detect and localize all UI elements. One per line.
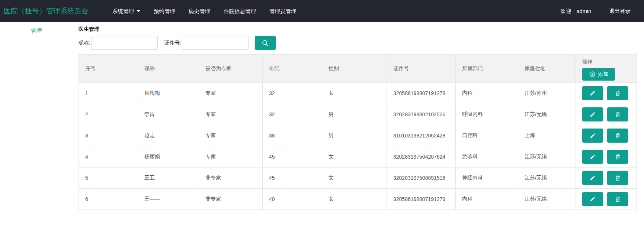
menu-item-label: 管理员管理 bbox=[269, 8, 297, 15]
plus-circle-icon bbox=[589, 71, 596, 78]
top-navbar: 医院（挂号）管理系统后台 系统管理 预约管理 病史管理 住院信息管理 管理员管理… bbox=[0, 0, 644, 22]
username-text: admin bbox=[577, 8, 592, 14]
cell-nickname: 杨丽娟 bbox=[138, 146, 199, 168]
cell-gender: 女 bbox=[322, 168, 387, 189]
menu-item-label: 病史管理 bbox=[189, 8, 210, 15]
cell-no: 4 bbox=[79, 146, 138, 168]
cell-actions bbox=[576, 189, 637, 210]
idcard-label: 证件号: bbox=[164, 40, 181, 46]
cell-gender: 女 bbox=[322, 146, 387, 168]
cell-expert: 非专家 bbox=[199, 168, 263, 189]
header-no: 序号 bbox=[79, 55, 138, 83]
add-button[interactable]: 添加 bbox=[582, 68, 615, 81]
cell-no: 5 bbox=[79, 168, 138, 189]
nickname-label: 昵称: bbox=[79, 40, 90, 46]
nickname-input[interactable] bbox=[91, 36, 158, 50]
cell-dept: 呼吸内科 bbox=[456, 104, 518, 125]
cell-idcard: 320283197508091516 bbox=[387, 168, 456, 189]
cell-no: 3 bbox=[79, 125, 138, 146]
cell-actions bbox=[576, 83, 637, 104]
sidebar: 管理 bbox=[0, 22, 73, 35]
cell-nickname: 王—— bbox=[138, 189, 199, 210]
delete-button[interactable] bbox=[607, 171, 628, 185]
edit-button[interactable] bbox=[582, 150, 603, 164]
menu-item-label: 住院信息管理 bbox=[224, 8, 256, 15]
cell-address: 江苏/苏州 bbox=[518, 83, 576, 104]
page-title: 医生管理 bbox=[79, 26, 644, 33]
delete-button[interactable] bbox=[607, 192, 628, 206]
cell-actions bbox=[576, 146, 637, 168]
cell-dept: 内科 bbox=[456, 189, 518, 210]
cell-age: 32 bbox=[263, 83, 322, 104]
header-gender: 性别 bbox=[322, 55, 387, 83]
cell-dept: 内科 bbox=[456, 83, 518, 104]
menu-item-system[interactable]: 系统管理 bbox=[106, 8, 147, 15]
cell-address: 江苏/无锡 bbox=[518, 189, 576, 210]
cell-age: 32 bbox=[263, 104, 322, 125]
edit-button[interactable] bbox=[582, 171, 603, 185]
header-age: 年纪 bbox=[263, 55, 322, 83]
page-layout: 管理 医生管理 昵称: 证件号: bbox=[0, 22, 644, 210]
cell-gender: 男 bbox=[322, 125, 387, 146]
trash-icon bbox=[615, 196, 621, 202]
cell-address: 江苏/无锡 bbox=[518, 146, 576, 168]
trash-icon bbox=[615, 153, 621, 160]
cell-expert: 专家 bbox=[199, 125, 263, 146]
trash-icon bbox=[615, 132, 621, 139]
doctors-table: 序号 昵称 是否为专家 年纪 性别 证件号 所属部门 家庭住址 操作 bbox=[79, 54, 637, 210]
welcome-text: 欢迎 bbox=[561, 8, 571, 15]
edit-button[interactable] bbox=[582, 192, 603, 206]
cell-expert: 专家 bbox=[199, 104, 263, 125]
menu-item-admin[interactable]: 管理员管理 bbox=[263, 8, 303, 15]
logout-link[interactable]: 退出登录 bbox=[609, 8, 631, 15]
cell-actions bbox=[576, 168, 637, 189]
cell-no: 6 bbox=[79, 189, 138, 210]
header-expert: 是否为专家 bbox=[199, 55, 263, 83]
actions-header-label: 操作 bbox=[582, 59, 593, 65]
cell-expert: 非专家 bbox=[199, 189, 263, 210]
delete-button[interactable] bbox=[607, 150, 628, 164]
pencil-icon bbox=[590, 90, 596, 96]
cell-idcard: 320283198802102526 bbox=[387, 104, 456, 125]
trash-icon bbox=[615, 175, 621, 181]
chevron-down-icon bbox=[137, 10, 140, 12]
table-row: 4 杨丽娟 专家 45 女 320283197504207624 急诊科 江苏/… bbox=[79, 146, 637, 168]
navbar-right: 欢迎 admin 退出登录 bbox=[561, 8, 644, 15]
edit-button[interactable] bbox=[582, 107, 603, 121]
pencil-icon bbox=[590, 175, 596, 181]
cell-age: 40 bbox=[263, 189, 322, 210]
cell-no: 1 bbox=[79, 83, 138, 104]
cell-gender: 女 bbox=[322, 189, 387, 210]
menu-item-medical-history[interactable]: 病史管理 bbox=[182, 8, 217, 15]
table-row: 2 李雷 专家 32 男 320283198802102526 呼吸内科 江苏/… bbox=[79, 104, 637, 125]
table-row: 5 王五 非专家 45 女 320283197508091516 神经内科 江苏… bbox=[79, 168, 637, 189]
idcard-input[interactable] bbox=[182, 36, 249, 50]
cell-nickname: 赵志 bbox=[138, 125, 199, 146]
cell-dept: 口腔科 bbox=[456, 125, 518, 146]
cell-actions bbox=[576, 104, 637, 125]
menu-item-appointment[interactable]: 预约管理 bbox=[147, 8, 182, 15]
menu-item-hospitalization[interactable]: 住院信息管理 bbox=[217, 8, 263, 15]
pencil-icon bbox=[590, 111, 596, 117]
main-content: 医生管理 昵称: 证件号: bbox=[73, 22, 644, 210]
menu-item-label: 预约管理 bbox=[154, 8, 175, 15]
sidebar-item-manage[interactable]: 管理 bbox=[31, 27, 42, 35]
add-button-label: 添加 bbox=[598, 71, 609, 78]
cell-address: 上海 bbox=[518, 125, 576, 146]
edit-button[interactable] bbox=[582, 129, 603, 143]
delete-button[interactable] bbox=[607, 107, 628, 121]
header-idcard: 证件号 bbox=[387, 55, 456, 83]
cell-idcard: 320586198807191278 bbox=[387, 83, 456, 104]
pencil-icon bbox=[590, 154, 596, 160]
pencil-icon bbox=[590, 133, 596, 139]
cell-idcard: 310103198212062428 bbox=[387, 125, 456, 146]
table-header-row: 序号 昵称 是否为专家 年纪 性别 证件号 所属部门 家庭住址 操作 bbox=[79, 55, 637, 83]
table-row: 6 王—— 非专家 40 女 320586198807191279 内科 江苏/… bbox=[79, 189, 637, 210]
delete-button[interactable] bbox=[607, 86, 628, 100]
cell-nickname: 李雷 bbox=[138, 104, 199, 125]
delete-button[interactable] bbox=[607, 129, 628, 143]
cell-age: 45 bbox=[263, 168, 322, 189]
search-button[interactable] bbox=[255, 36, 276, 50]
cell-age: 45 bbox=[263, 146, 322, 168]
edit-button[interactable] bbox=[582, 86, 603, 100]
